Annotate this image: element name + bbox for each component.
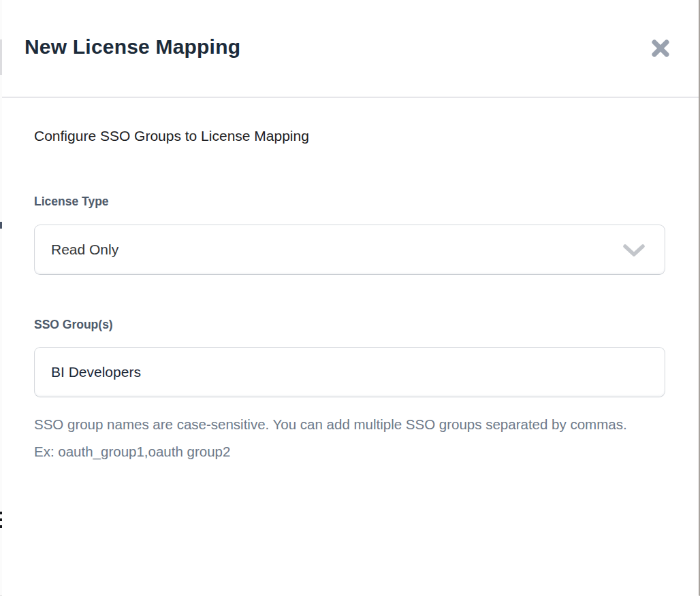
license-type-select[interactable]: Read Only [34, 225, 665, 275]
new-license-mapping-modal: New License Mapping Configure SSO Groups… [2, 0, 699, 596]
sso-groups-help-text: SSO group names are case-sensitive. You … [34, 411, 633, 465]
screen: New License Mapping Configure SSO Groups… [0, 0, 700, 596]
license-type-selected-value: Read Only [51, 242, 118, 258]
section-heading: Configure SSO Groups to License Mapping [34, 127, 666, 144]
close-icon [649, 36, 672, 61]
chevron-down-icon [622, 244, 646, 261]
modal-title: New License Mapping [25, 35, 240, 59]
sso-groups-input[interactable] [34, 347, 665, 397]
sso-groups-label: SSO Group(s) [34, 318, 666, 332]
close-button[interactable] [648, 36, 673, 61]
modal-body: Configure SSO Groups to License Mapping … [2, 98, 699, 465]
modal-header: New License Mapping [2, 0, 699, 98]
license-type-label: License Type [34, 195, 666, 209]
